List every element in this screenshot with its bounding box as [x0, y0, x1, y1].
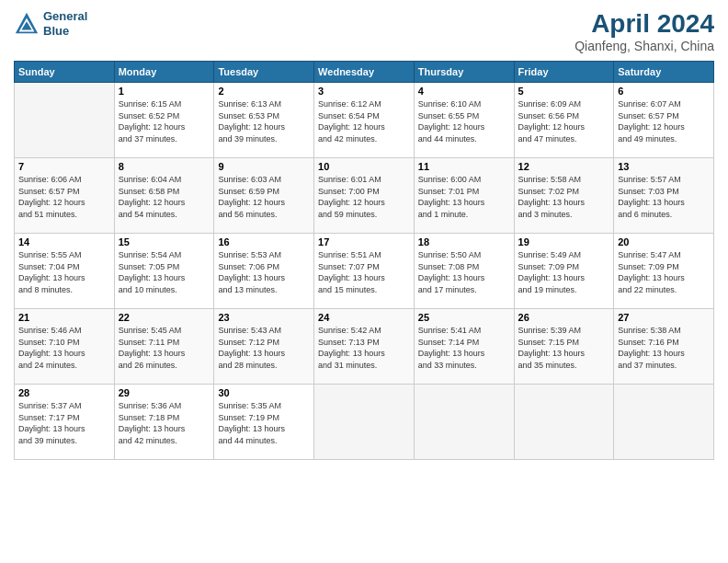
day-cell	[414, 385, 514, 460]
day-number: 24	[318, 312, 410, 323]
day-info: Sunrise: 5:43 AM Sunset: 7:12 PM Dayligh…	[218, 325, 310, 371]
day-cell: 16Sunrise: 5:53 AM Sunset: 7:06 PM Dayli…	[214, 234, 314, 309]
day-number: 25	[418, 312, 510, 323]
day-number: 26	[518, 312, 610, 323]
day-number: 10	[318, 161, 410, 172]
week-row-4: 21Sunrise: 5:46 AM Sunset: 7:10 PM Dayli…	[15, 309, 714, 385]
day-number: 23	[218, 312, 310, 323]
day-number: 1	[119, 86, 210, 97]
day-number: 5	[518, 86, 610, 97]
day-number: 9	[218, 161, 310, 172]
day-cell: 14Sunrise: 5:55 AM Sunset: 7:04 PM Dayli…	[15, 234, 115, 309]
day-info: Sunrise: 5:45 AM Sunset: 7:11 PM Dayligh…	[119, 325, 210, 371]
day-info: Sunrise: 6:13 AM Sunset: 6:53 PM Dayligh…	[218, 98, 310, 144]
day-number: 4	[418, 86, 510, 97]
weekday-header-friday: Friday	[514, 62, 614, 83]
day-cell: 5Sunrise: 6:09 AM Sunset: 6:56 PM Daylig…	[514, 83, 614, 158]
day-cell: 20Sunrise: 5:47 AM Sunset: 7:09 PM Dayli…	[614, 234, 714, 309]
day-cell: 11Sunrise: 6:00 AM Sunset: 7:01 PM Dayli…	[414, 158, 514, 234]
location: Qianfeng, Shanxi, China	[574, 39, 714, 53]
day-info: Sunrise: 5:47 AM Sunset: 7:09 PM Dayligh…	[618, 249, 710, 295]
day-cell: 23Sunrise: 5:43 AM Sunset: 7:12 PM Dayli…	[214, 309, 314, 385]
day-number: 20	[618, 236, 710, 247]
day-cell: 15Sunrise: 5:54 AM Sunset: 7:05 PM Dayli…	[114, 234, 214, 309]
weekday-header-wednesday: Wednesday	[314, 62, 415, 83]
day-info: Sunrise: 5:55 AM Sunset: 7:04 PM Dayligh…	[18, 249, 110, 295]
day-cell: 12Sunrise: 5:58 AM Sunset: 7:02 PM Dayli…	[514, 158, 614, 234]
week-row-3: 14Sunrise: 5:55 AM Sunset: 7:04 PM Dayli…	[15, 234, 714, 309]
week-row-1: 1Sunrise: 6:15 AM Sunset: 6:52 PM Daylig…	[15, 83, 714, 158]
day-info: Sunrise: 6:12 AM Sunset: 6:54 PM Dayligh…	[318, 98, 410, 144]
day-cell: 25Sunrise: 5:41 AM Sunset: 7:14 PM Dayli…	[414, 309, 514, 385]
day-info: Sunrise: 5:51 AM Sunset: 7:07 PM Dayligh…	[318, 249, 410, 295]
day-info: Sunrise: 5:53 AM Sunset: 7:06 PM Dayligh…	[218, 249, 310, 295]
day-cell: 22Sunrise: 5:45 AM Sunset: 7:11 PM Dayli…	[114, 309, 214, 385]
week-row-5: 28Sunrise: 5:37 AM Sunset: 7:17 PM Dayli…	[15, 385, 714, 460]
day-cell: 1Sunrise: 6:15 AM Sunset: 6:52 PM Daylig…	[114, 83, 214, 158]
day-number: 27	[618, 312, 710, 323]
weekday-header-tuesday: Tuesday	[214, 62, 314, 83]
logo: General Blue	[14, 9, 87, 38]
day-info: Sunrise: 6:03 AM Sunset: 6:59 PM Dayligh…	[218, 174, 310, 220]
day-cell	[614, 385, 714, 460]
day-info: Sunrise: 5:35 AM Sunset: 7:19 PM Dayligh…	[218, 400, 310, 446]
logo-icon	[14, 11, 40, 37]
main-container: General Blue April 2024 Qianfeng, Shanxi…	[0, 0, 728, 469]
day-info: Sunrise: 5:50 AM Sunset: 7:08 PM Dayligh…	[418, 249, 510, 295]
day-number: 8	[119, 161, 210, 172]
day-cell: 21Sunrise: 5:46 AM Sunset: 7:10 PM Dayli…	[15, 309, 115, 385]
day-cell: 13Sunrise: 5:57 AM Sunset: 7:03 PM Dayli…	[614, 158, 714, 234]
weekday-header-monday: Monday	[114, 62, 214, 83]
week-row-2: 7Sunrise: 6:06 AM Sunset: 6:57 PM Daylig…	[15, 158, 714, 234]
day-info: Sunrise: 6:01 AM Sunset: 7:00 PM Dayligh…	[318, 174, 410, 220]
day-cell: 28Sunrise: 5:37 AM Sunset: 7:17 PM Dayli…	[15, 385, 115, 460]
day-cell: 26Sunrise: 5:39 AM Sunset: 7:15 PM Dayli…	[514, 309, 614, 385]
day-info: Sunrise: 5:37 AM Sunset: 7:17 PM Dayligh…	[18, 400, 110, 446]
day-number: 13	[618, 161, 710, 172]
weekday-header-row: SundayMondayTuesdayWednesdayThursdayFrid…	[15, 62, 714, 83]
day-info: Sunrise: 6:06 AM Sunset: 6:57 PM Dayligh…	[18, 174, 110, 220]
day-number: 18	[418, 236, 510, 247]
title-block: April 2024 Qianfeng, Shanxi, China	[574, 9, 714, 53]
day-cell: 24Sunrise: 5:42 AM Sunset: 7:13 PM Dayli…	[314, 309, 415, 385]
day-number: 2	[218, 86, 310, 97]
day-cell: 4Sunrise: 6:10 AM Sunset: 6:55 PM Daylig…	[414, 83, 514, 158]
day-cell: 6Sunrise: 6:07 AM Sunset: 6:57 PM Daylig…	[614, 83, 714, 158]
day-number: 22	[119, 312, 210, 323]
day-number: 19	[518, 236, 610, 247]
day-number: 29	[119, 387, 210, 398]
weekday-header-saturday: Saturday	[614, 62, 714, 83]
day-info: Sunrise: 6:09 AM Sunset: 6:56 PM Dayligh…	[518, 98, 610, 144]
day-cell: 7Sunrise: 6:06 AM Sunset: 6:57 PM Daylig…	[15, 158, 115, 234]
day-number: 6	[618, 86, 710, 97]
calendar-table: SundayMondayTuesdayWednesdayThursdayFrid…	[14, 61, 714, 460]
day-cell: 17Sunrise: 5:51 AM Sunset: 7:07 PM Dayli…	[314, 234, 415, 309]
day-info: Sunrise: 5:54 AM Sunset: 7:05 PM Dayligh…	[119, 249, 210, 295]
day-info: Sunrise: 5:57 AM Sunset: 7:03 PM Dayligh…	[618, 174, 710, 220]
day-number: 21	[18, 312, 110, 323]
day-number: 16	[218, 236, 310, 247]
day-info: Sunrise: 6:10 AM Sunset: 6:55 PM Dayligh…	[418, 98, 510, 144]
day-number: 17	[318, 236, 410, 247]
month-title: April 2024	[574, 9, 714, 39]
day-cell: 10Sunrise: 6:01 AM Sunset: 7:00 PM Dayli…	[314, 158, 415, 234]
logo-text: General Blue	[43, 9, 87, 38]
day-number: 7	[18, 161, 110, 172]
weekday-header-sunday: Sunday	[15, 62, 115, 83]
day-number: 28	[18, 387, 110, 398]
day-number: 3	[318, 86, 410, 97]
day-cell: 18Sunrise: 5:50 AM Sunset: 7:08 PM Dayli…	[414, 234, 514, 309]
day-info: Sunrise: 6:15 AM Sunset: 6:52 PM Dayligh…	[119, 98, 210, 144]
day-cell: 30Sunrise: 5:35 AM Sunset: 7:19 PM Dayli…	[214, 385, 314, 460]
day-cell: 3Sunrise: 6:12 AM Sunset: 6:54 PM Daylig…	[314, 83, 415, 158]
day-number: 30	[218, 387, 310, 398]
day-info: Sunrise: 5:38 AM Sunset: 7:16 PM Dayligh…	[618, 325, 710, 371]
day-info: Sunrise: 6:04 AM Sunset: 6:58 PM Dayligh…	[119, 174, 210, 220]
day-cell: 8Sunrise: 6:04 AM Sunset: 6:58 PM Daylig…	[114, 158, 214, 234]
day-info: Sunrise: 6:07 AM Sunset: 6:57 PM Dayligh…	[618, 98, 710, 144]
day-cell: 19Sunrise: 5:49 AM Sunset: 7:09 PM Dayli…	[514, 234, 614, 309]
day-cell: 9Sunrise: 6:03 AM Sunset: 6:59 PM Daylig…	[214, 158, 314, 234]
day-cell	[15, 83, 115, 158]
day-number: 14	[18, 236, 110, 247]
day-info: Sunrise: 5:46 AM Sunset: 7:10 PM Dayligh…	[18, 325, 110, 371]
